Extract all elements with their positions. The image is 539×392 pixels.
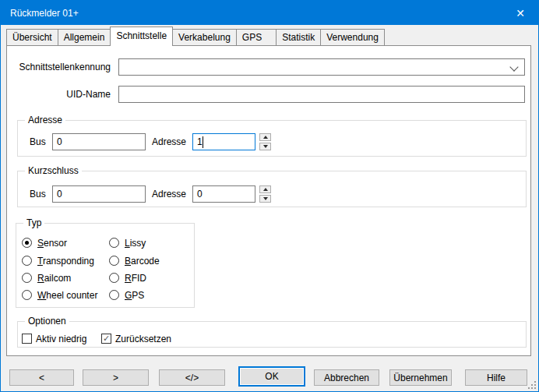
tab-uebersicht[interactable]: Übersicht — [6, 29, 58, 46]
short-circuit-group-title: Kurzschluss — [25, 165, 82, 177]
help-button[interactable]: Hilfe — [465, 369, 527, 386]
uid-name-input[interactable] — [118, 86, 525, 103]
cancel-button-label: Abbrechen — [324, 373, 369, 383]
radio-wheel-counter-label[interactable]: Wheel counter — [37, 289, 97, 302]
radio-rfid-label[interactable]: RFID — [125, 272, 146, 284]
code-button[interactable]: </> — [159, 369, 225, 386]
code-button-label: </> — [185, 373, 199, 383]
prev-button[interactable]: < — [9, 369, 74, 386]
type-group: Typ Sensor Transponding Railcom Wheel co… — [16, 223, 195, 308]
apply-button[interactable]: Übernehmen — [389, 369, 452, 386]
options-group-title: Optionen — [25, 316, 69, 327]
address-group-title: Adresse — [25, 115, 65, 126]
address-bus-input[interactable]: 0 — [52, 133, 146, 150]
check-icon: ✓ — [103, 334, 110, 344]
radio-gps-label[interactable]: GPS — [125, 289, 144, 302]
dialog-window: Rückmelder 01+ ✕ Übersicht Allgemein Sch… — [0, 0, 539, 392]
short-circuit-bus-value: 0 — [57, 189, 62, 200]
spin-up-button[interactable] — [259, 185, 271, 193]
tab-allgemein[interactable]: Allgemein — [58, 29, 111, 46]
radio-sensor[interactable] — [22, 238, 32, 248]
interface-id-label: Schnittstellenkennung — [7, 62, 111, 72]
spin-up-icon — [263, 188, 268, 191]
options-group: Optionen Aktiv niedrig ✓ Zurücksetzen — [17, 321, 527, 348]
short-circuit-address-label: Adresse — [152, 189, 186, 200]
ok-button[interactable]: OK — [238, 366, 305, 387]
type-group-title: Typ — [23, 217, 44, 229]
tab-bar: Übersicht Allgemein Schnittstelle Verkab… — [6, 26, 384, 46]
chevron-down-icon — [509, 62, 518, 71]
short-circuit-address-value: 0 — [197, 189, 203, 200]
radio-selected-dot — [25, 241, 29, 245]
address-bus-label: Bus — [30, 136, 46, 147]
address-address-spinner — [259, 133, 271, 150]
radio-sensor-label[interactable]: Sensor — [37, 237, 67, 249]
window-title: Rückmelder 01+ — [10, 8, 79, 19]
spin-up-button[interactable] — [259, 133, 271, 141]
address-address-label: Adresse — [152, 136, 186, 147]
address-address-input[interactable]: 1 — [192, 133, 255, 150]
address-group: Adresse Bus 0 Adresse 1 — [17, 120, 527, 157]
cancel-button[interactable]: Abbrechen — [314, 369, 379, 386]
spin-down-icon — [263, 197, 268, 200]
radio-transponding-label[interactable]: Transponding — [37, 255, 94, 267]
tab-statistik[interactable]: Statistik — [276, 29, 321, 46]
short-circuit-group: Kurzschluss Bus 0 Adresse 0 — [17, 171, 527, 207]
spin-down-button[interactable] — [259, 143, 271, 150]
tab-verwendung[interactable]: Verwendung — [320, 29, 385, 46]
short-circuit-address-input[interactable]: 0 — [192, 185, 255, 203]
close-button[interactable]: ✕ — [502, 1, 538, 25]
radio-wheel-counter[interactable] — [22, 290, 32, 300]
radio-barcode-label[interactable]: Barcode — [125, 255, 160, 267]
radio-lissy[interactable] — [109, 238, 119, 248]
radio-lissy-label[interactable]: Lissy — [125, 237, 146, 249]
next-button-label: > — [113, 373, 118, 383]
radio-rfid[interactable] — [109, 273, 119, 283]
text-caret — [203, 136, 203, 148]
radio-railcom-label[interactable]: Railcom — [37, 272, 71, 284]
apply-button-label: Übernehmen — [393, 373, 447, 383]
spin-up-icon — [263, 136, 268, 139]
prev-button-label: < — [39, 373, 44, 383]
spin-down-icon — [263, 145, 268, 148]
address-address-value: 1 — [197, 136, 203, 147]
interface-id-combobox[interactable] — [118, 58, 525, 76]
radio-railcom[interactable] — [22, 273, 32, 283]
resize-grip-icon[interactable] — [527, 380, 536, 389]
titlebar[interactable]: Rückmelder 01+ — [1, 1, 538, 25]
checkbox-aktiv-niedrig-label[interactable]: Aktiv niedrig — [36, 333, 86, 345]
tab-schnittstelle[interactable]: Schnittstelle — [110, 26, 173, 46]
short-circuit-address-spinner — [259, 185, 271, 203]
checkbox-zuruecksetzen-label[interactable]: Zurücksetzen — [115, 333, 171, 345]
tab-page-schnittstelle: Schnittstellenkennung UID-Name Adresse B… — [6, 45, 531, 356]
uid-name-label: UID-Name — [7, 89, 111, 100]
ok-button-label: OK — [265, 371, 278, 382]
tab-gps[interactable]: GPS — [236, 29, 277, 46]
help-button-label: Hilfe — [487, 373, 506, 383]
radio-barcode[interactable] — [109, 256, 119, 266]
close-icon: ✕ — [516, 7, 525, 19]
checkbox-aktiv-niedrig[interactable] — [22, 334, 32, 344]
radio-gps[interactable] — [109, 290, 119, 300]
next-button[interactable]: > — [83, 369, 149, 386]
address-bus-value: 0 — [57, 136, 62, 147]
short-circuit-bus-label: Bus — [30, 189, 46, 200]
spin-down-button[interactable] — [259, 195, 271, 203]
radio-transponding[interactable] — [22, 256, 32, 266]
tab-verkabelung[interactable]: Verkabelung — [172, 29, 237, 46]
checkbox-zuruecksetzen[interactable]: ✓ — [101, 334, 111, 344]
short-circuit-bus-input[interactable]: 0 — [52, 185, 146, 203]
